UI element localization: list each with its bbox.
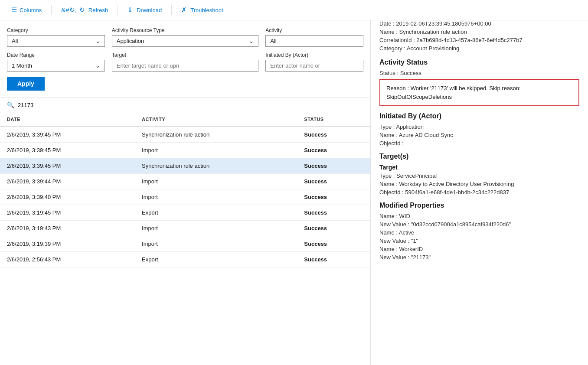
main-layout: Category All ⌄ Activity Resource Type Ap… [0, 20, 588, 365]
table-container: DATE ACTIVITY STATUS 2/6/2019, 3:39:45 P… [0, 112, 370, 365]
table-row[interactable]: 2/6/2019, 2:56:43 PM Export Success [0, 252, 370, 267]
table-row[interactable]: 2/6/2019, 3:39:45 PM Import Success [0, 143, 370, 158]
target-type: Type : ServicePrincipal [379, 173, 579, 179]
toolbar-divider-2 [118, 5, 118, 15]
date-range-select[interactable]: 1 Month ⌄ [7, 60, 105, 72]
cell-status: Success [297, 252, 370, 267]
toolbar: ☰ Columns &#↻; ↻ Refresh ⇓ Download ✗ Tr… [0, 0, 588, 20]
initiated-by-filter-group: Initiated By (Actor) [265, 52, 363, 72]
cell-date: 2/6/2019, 3:19:45 PM [0, 205, 135, 221]
detail-date: Date : 2019-02-06T23:39:45.1805976+00:00 [379, 20, 579, 27]
cell-status: Success [297, 221, 370, 236]
download-label: Download [137, 7, 162, 13]
table-row[interactable]: 2/6/2019, 3:19:39 PM Import Success [0, 236, 370, 252]
cell-date: 2/6/2019, 3:39:40 PM [0, 189, 135, 205]
cell-activity: Export [135, 252, 297, 267]
columns-icon: ☰ [11, 6, 17, 14]
search-bar: 🔍 [0, 98, 370, 112]
actor-objectid: ObjectId : [379, 140, 579, 147]
cell-status: Success [297, 236, 370, 252]
activity-resource-type-select[interactable]: Application ⌄ [112, 35, 259, 47]
reason-text: Reason : Worker '21173' will be skipped.… [386, 85, 521, 100]
cell-activity: Synchronization rule action [135, 158, 297, 174]
date-range-chevron-icon: ⌄ [95, 62, 100, 69]
target-objectid: ObjectId : 5904f6a1-e68f-4de1-bb4b-2c34c… [379, 189, 579, 196]
targets-heading: Target(s) [379, 153, 579, 160]
troubleshoot-label: Troubleshoot [190, 7, 223, 13]
filter-area: Category All ⌄ Activity Resource Type Ap… [0, 20, 370, 98]
download-button[interactable]: ⇓ Download [121, 3, 168, 16]
category-label: Category [7, 27, 105, 33]
cell-date: 2/6/2019, 3:39:44 PM [0, 174, 135, 189]
activity-resource-type-chevron-icon: ⌄ [249, 38, 254, 44]
toolbar-divider-1 [51, 5, 52, 15]
detail-name: Name : Synchronization rule action [379, 29, 579, 35]
initiated-by-input[interactable] [265, 60, 363, 72]
activity-status-heading: Activity Status [379, 59, 579, 66]
download-icon: ⇓ [127, 6, 133, 14]
target-name: Name : Workday to Active Directory User … [379, 181, 579, 187]
detail-category: Category : Account Provisioning [379, 45, 579, 52]
category-chevron-icon: ⌄ [95, 38, 100, 44]
cell-status: Success [297, 205, 370, 221]
table-row[interactable]: 2/6/2019, 3:19:43 PM Import Success [0, 221, 370, 236]
cell-date: 2/6/2019, 3:39:45 PM [0, 158, 135, 174]
cell-status: Success [297, 174, 370, 189]
refresh-label: Refresh [88, 7, 108, 13]
col-status: STATUS [297, 112, 370, 127]
troubleshoot-icon: ✗ [181, 6, 187, 14]
prop2-newval: New Value : "1" [379, 238, 579, 244]
detail-status: Status : Success [379, 70, 579, 76]
target-filter-group: Target [112, 52, 259, 72]
activity-select[interactable]: All [265, 35, 363, 47]
refresh-icon-sym: ↻ [79, 6, 85, 14]
cell-date: 2/6/2019, 3:19:43 PM [0, 221, 135, 236]
date-range-value: 1 Month [12, 62, 32, 69]
prop1-name: Name : WID [379, 213, 579, 219]
target-input[interactable] [112, 60, 259, 72]
cell-status: Success [297, 158, 370, 174]
actor-type: Type : Application [379, 124, 579, 130]
refresh-button[interactable]: &#↻; ↻ Refresh [55, 3, 114, 16]
table-row[interactable]: 2/6/2019, 3:39:45 PM Synchronization rul… [0, 127, 370, 143]
prop2-name: Name : Active [379, 229, 579, 236]
reason-box: Reason : Worker '21173' will be skipped.… [379, 79, 579, 106]
table-row[interactable]: 2/6/2019, 3:19:45 PM Export Success [0, 205, 370, 221]
target-filter-label: Target [112, 52, 259, 58]
date-range-label: Date Range [7, 52, 105, 58]
activity-filter-group: Activity All [265, 27, 363, 47]
columns-label: Columns [20, 7, 42, 13]
filter-row-1: Category All ⌄ Activity Resource Type Ap… [7, 27, 363, 47]
cell-status: Success [297, 143, 370, 158]
troubleshoot-button[interactable]: ✗ Troubleshoot [175, 3, 229, 16]
cell-activity: Import [135, 143, 297, 158]
cell-date: 2/6/2019, 3:39:45 PM [0, 127, 135, 143]
apply-button[interactable]: Apply [7, 77, 45, 91]
columns-button[interactable]: ☰ Columns [5, 3, 48, 16]
cell-status: Success [297, 127, 370, 143]
table-row[interactable]: 2/6/2019, 3:39:45 PM Synchronization rul… [0, 158, 370, 174]
col-activity: ACTIVITY [135, 112, 297, 127]
category-select[interactable]: All ⌄ [7, 35, 105, 47]
activity-resource-type-value: Application [117, 38, 144, 44]
activity-table: DATE ACTIVITY STATUS 2/6/2019, 3:39:45 P… [0, 112, 370, 267]
table-row[interactable]: 2/6/2019, 3:39:40 PM Import Success [0, 189, 370, 205]
initiated-by-heading: Initiated By (Actor) [379, 112, 579, 120]
detail-top-section: Date : 2019-02-06T23:39:45.1805976+00:00… [379, 20, 579, 52]
date-range-filter-group: Date Range 1 Month ⌄ [7, 52, 105, 72]
prop3-newval: New Value : "21173" [379, 254, 579, 261]
category-value: All [12, 38, 18, 44]
activity-value: All [270, 38, 276, 44]
search-input[interactable] [18, 102, 363, 108]
cell-activity: Import [135, 221, 297, 236]
right-panel: Date : 2019-02-06T23:39:45.1805976+00:00… [371, 20, 588, 365]
cell-activity: Synchronization rule action [135, 127, 297, 143]
filter-row-2: Date Range 1 Month ⌄ Target Initiated By… [7, 52, 363, 72]
col-date: DATE [0, 112, 135, 127]
table-row[interactable]: 2/6/2019, 3:39:44 PM Import Success [0, 174, 370, 189]
cell-activity: Import [135, 174, 297, 189]
category-filter-group: Category All ⌄ [7, 27, 105, 47]
search-icon: 🔍 [7, 101, 14, 108]
prop1-newval: New Value : "0d32ccd079004a1c8954caf934f… [379, 221, 579, 228]
activity-resource-type-label: Activity Resource Type [112, 27, 259, 33]
